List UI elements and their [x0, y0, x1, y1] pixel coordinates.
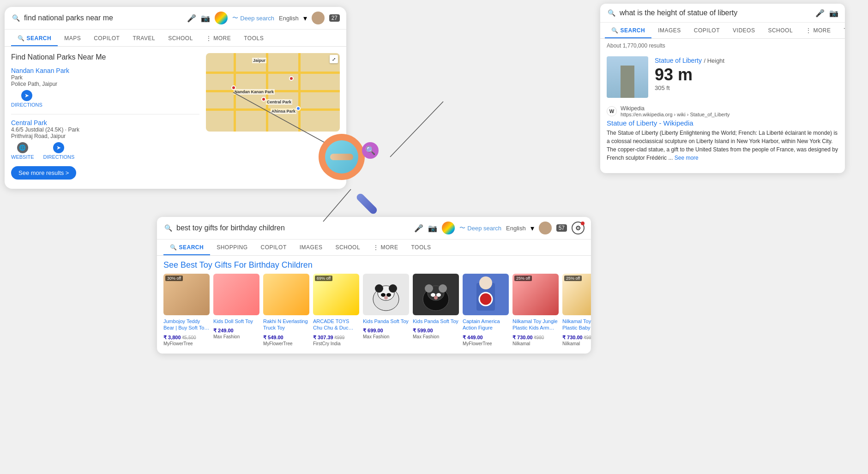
map-expand-btn[interactable]: ⤢	[330, 55, 338, 63]
statue-link[interactable]: Statue of Liberty	[655, 57, 702, 64]
website-icon-2: 🌐	[17, 142, 28, 153]
wiki-see-more[interactable]: See more	[675, 155, 699, 161]
product-price-row-5: ₹ 599.00	[413, 326, 459, 334]
svg-point-13	[439, 284, 447, 293]
product-price-7: ₹ 730.00	[512, 335, 533, 340]
wiki-link[interactable]: Statue of Liberty - Wikipedia	[607, 119, 838, 127]
user-avatar-1[interactable]	[312, 12, 325, 24]
statue-height: 93 m	[655, 65, 838, 84]
product-image-6	[463, 274, 509, 315]
svg-point-15	[436, 293, 441, 297]
tab-tools-3[interactable]: TOOLS	[404, 240, 437, 255]
tab-videos-2[interactable]: VIDEOS	[726, 24, 761, 38]
tab-images-3[interactable]: IMAGES	[293, 240, 329, 255]
map-park-label-2: Central Park	[266, 99, 292, 105]
park-address-1: Police Path, Jaipur	[11, 81, 199, 87]
wiki-desc: The Statue of Liberty (Liberty Enlighten…	[607, 129, 838, 162]
product-price-1: ₹ 249.00	[213, 328, 234, 333]
tab-copilot-3[interactable]: COPILOT	[254, 240, 293, 255]
product-badge-7: 25% off	[514, 276, 532, 281]
bing-logo-1	[215, 12, 228, 24]
product-store-5: Max Fashion	[413, 334, 459, 339]
tab-search-2[interactable]: 🔍 SEARCH	[605, 24, 651, 38]
product-price-row-2: ₹ 549.00	[263, 333, 309, 341]
featured-result: Statue of Liberty / Height 93 m 305 ft	[600, 53, 845, 102]
directions-btn-1[interactable]: ➤ DIRECTIONS	[11, 90, 42, 108]
deep-search-btn-3[interactable]: 〜 Deep search	[459, 224, 501, 232]
product-store-1: Max Fashion	[213, 334, 259, 339]
lang-chevron-icon-1: ▾	[303, 14, 307, 23]
product-price-row-3: ₹ 307.39₹999	[313, 333, 359, 341]
tab-more-1[interactable]: ⋮ MORE	[199, 31, 237, 46]
product-card-2[interactable]: Rakhi N Everlasting Truck Toy₹ 549.00MyF…	[263, 274, 309, 346]
search-box-toys: 🔍 best toy gifts for birthday children 🎤…	[157, 217, 591, 354]
search-box-national-parks: 🔍 find national parks near me 🎤 📷 〜 Deep…	[5, 7, 346, 189]
product-card-4[interactable]: Kids Panda Soft Toy₹ 699.00Max Fashion	[363, 274, 409, 346]
tab-more-2[interactable]: ⋮ MORE	[799, 24, 837, 38]
featured-title-row: Statue of Liberty / Height	[655, 56, 838, 65]
mic-icon-1[interactable]: 🎤	[187, 14, 196, 23]
product-price-4: ₹ 699.00	[363, 328, 383, 333]
tab-maps-1[interactable]: MAPS	[58, 31, 87, 46]
lang-label-1[interactable]: English	[279, 15, 299, 22]
product-name-7: Nilkamal Toy Jungle Plastic Kids Arm…	[512, 318, 559, 331]
park-entry-2: Central Park 4.6/5 Justdial (24.5K) · Pa…	[11, 119, 199, 160]
see-more-btn-1[interactable]: See more results >	[11, 166, 76, 180]
tab-shopping-3[interactable]: SHOPPING	[210, 240, 254, 255]
tab-school-1[interactable]: SCHOOL	[162, 31, 199, 46]
tab-tools-1[interactable]: TOOLS	[237, 31, 270, 46]
tab-school-3[interactable]: SCHOOL	[329, 240, 367, 255]
product-price-row-4: ₹ 699.00	[363, 326, 409, 334]
tab-search-3[interactable]: 🔍 SEARCH	[163, 240, 210, 255]
tab-travel-1[interactable]: TRAVEL	[126, 31, 162, 46]
tab-more-3[interactable]: ⋮ MORE	[367, 240, 404, 255]
tab-search-1[interactable]: 🔍 SEARCH	[11, 31, 58, 46]
product-badge-8: 25% off	[564, 276, 582, 281]
tab-copilot-1[interactable]: COPILOT	[87, 31, 126, 46]
search-query-2[interactable]: what is the height of statue of liberty	[620, 9, 812, 17]
user-avatar-3[interactable]	[539, 222, 552, 234]
product-name-2: Rakhi N Everlasting Truck Toy	[263, 318, 309, 331]
website-btn-2[interactable]: 🌐 WEBSITE	[11, 142, 34, 160]
camera-icon-2[interactable]: 📷	[829, 9, 838, 18]
product-card-5[interactable]: Kids Panda Soft Toy₹ 599.00Max Fashion	[413, 274, 459, 346]
park-name-1[interactable]: Nandan Kanan Park	[11, 67, 199, 74]
search-bar-icons-1: 🎤 📷 〜 Deep search English ▾ 27	[187, 12, 340, 24]
product-badge-0: 30% off	[165, 276, 183, 281]
search-query-1[interactable]: find national parks near me	[24, 14, 183, 22]
lang-label-3[interactable]: English	[506, 225, 526, 232]
product-card-0[interactable]: 30% offJumbojoy Teddy Bear | Buy Soft To…	[163, 274, 210, 346]
park-name-2[interactable]: Central Park	[11, 119, 199, 126]
wiki-url: https://en.wikipedia.org › wiki › Statue…	[621, 112, 730, 117]
magnifying-glass: 🔍	[319, 134, 383, 198]
park-entry-1: Nandan Kanan Park Park Police Path, Jaip…	[11, 67, 199, 108]
magnify-handle	[355, 192, 378, 215]
product-card-1[interactable]: Kids Doll Soft Toy₹ 249.00Max Fashion	[213, 274, 259, 346]
product-card-7[interactable]: 25% offNilkamal Toy Jungle Plastic Kids …	[512, 274, 559, 346]
search-query-3[interactable]: best toy gifts for birthday children	[176, 224, 410, 232]
product-card-8[interactable]: 25% offNilkamal Toy Jungle Plastic Baby …	[562, 274, 591, 346]
tab-copilot-2[interactable]: COPILOT	[687, 24, 726, 38]
tab-images-2[interactable]: IMAGES	[651, 24, 687, 38]
product-card-3[interactable]: 69% offARCADE TOYS Chu Chu & Duc…₹ 307.3…	[313, 274, 359, 346]
tab-tools-2[interactable]: TOOLS	[837, 24, 845, 38]
product-price-row-0: ₹ 3,800₹5,500	[163, 333, 210, 341]
map-container-1[interactable]: Jaipur Nandan Kanan Park Central Park Ah…	[206, 53, 340, 132]
svg-point-6	[389, 284, 397, 293]
mic-icon-3[interactable]: 🎤	[414, 224, 423, 233]
product-name-6: Captain America Action Figure	[463, 318, 509, 331]
search-icon-3: 🔍	[163, 223, 173, 233]
mic-icon-2[interactable]: 🎤	[815, 9, 825, 18]
svg-point-9	[384, 296, 388, 300]
tab-school-2[interactable]: SCHOOL	[761, 24, 799, 38]
product-card-6[interactable]: Captain America Action Figure₹ 449.00MyF…	[463, 274, 509, 346]
results-area-1: Find National Parks Near Me Nandan Kanan…	[5, 47, 346, 180]
product-store-2: MyFlowerTree	[263, 341, 309, 346]
settings-btn-3[interactable]: ⚙	[572, 222, 585, 234]
directions-btn-2[interactable]: ➤ DIRECTIONS	[43, 142, 75, 160]
search-icon-1: 🔍	[11, 13, 20, 23]
product-old-price-3: ₹999	[334, 335, 345, 340]
deep-search-btn-1[interactable]: 〜 Deep search	[232, 14, 274, 22]
camera-icon-1[interactable]: 📷	[201, 14, 210, 23]
camera-icon-3[interactable]: 📷	[428, 224, 437, 233]
